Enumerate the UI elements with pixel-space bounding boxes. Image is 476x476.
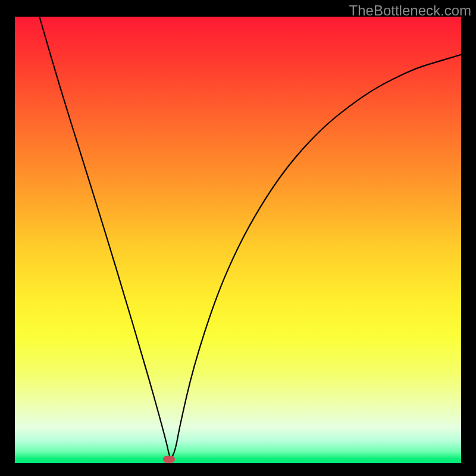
chart-curve xyxy=(15,17,461,463)
chart-minimum-marker xyxy=(163,456,175,463)
watermark-text: TheBottleneck.com xyxy=(349,2,471,19)
chart-plot-area xyxy=(15,17,461,463)
